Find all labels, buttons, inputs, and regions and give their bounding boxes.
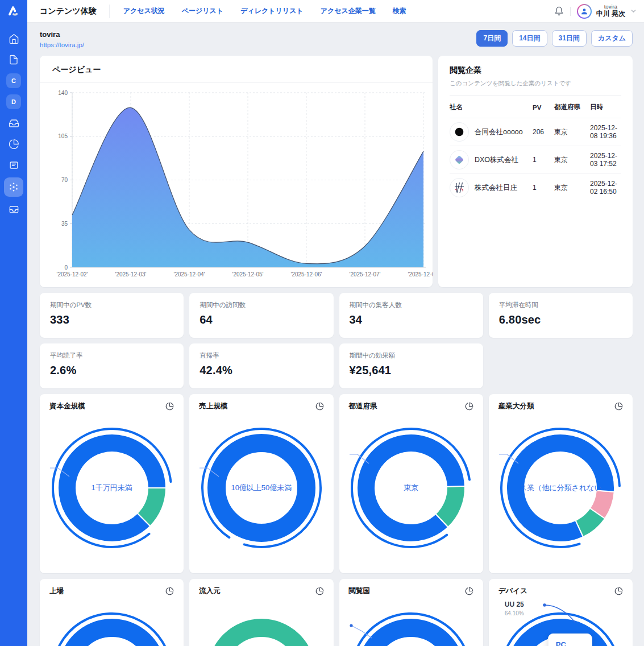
- range-button-1[interactable]: 14日間: [512, 30, 547, 47]
- company-logo-nissho-icon: [450, 178, 469, 197]
- stat-value: 42.4%: [200, 364, 323, 377]
- sidebar-item-analytics[interactable]: [5, 135, 22, 152]
- topbar-link-1[interactable]: ページリスト: [182, 6, 223, 16]
- app-logo[interactable]: [0, 0, 27, 23]
- donut-center-label: 東京: [404, 483, 418, 493]
- sidebar-item-content-experience[interactable]: [4, 177, 23, 197]
- stat-card-1-3: 平均滞在時間6.80sec: [489, 293, 633, 338]
- pie-chart-toggle-icon[interactable]: [465, 587, 473, 595]
- sidebar-item-pages[interactable]: [5, 51, 22, 68]
- sidebar-item-c[interactable]: C: [6, 73, 21, 88]
- site-name: tovira: [40, 30, 84, 39]
- donut-card-title: デバイス: [498, 586, 527, 596]
- donut-card-2-3: デバイスUU 2564.10%PC: [489, 579, 633, 646]
- svg-text:'2025-12-07': '2025-12-07': [350, 271, 381, 278]
- companies-table: 社名PV都道府県日時 合同会社ooooo206東京2025-12-08 19:3…: [450, 96, 621, 201]
- notifications-bell-icon[interactable]: [554, 6, 564, 16]
- pie-chart-toggle-icon[interactable]: [315, 587, 324, 595]
- pie-chart-toggle-icon[interactable]: [165, 587, 174, 595]
- svg-text:'2025-12-06': '2025-12-06': [291, 271, 322, 278]
- svg-text:'2025-12-02': '2025-12-02': [57, 271, 88, 278]
- callout-percent: 64.10%: [505, 610, 524, 616]
- donut-card-2-2: 閲覧国: [339, 579, 483, 646]
- stat-label: 期間中のPV数: [50, 301, 173, 309]
- sidebar-item-mail[interactable]: [5, 201, 22, 218]
- pageview-chart-card: ページビュー 03570105140'2025-12-02''2025-12-0…: [40, 56, 433, 287]
- company-logo-black-circle-icon: [450, 122, 469, 142]
- stat-value: 34: [350, 313, 473, 326]
- donut-card-title: 産業大分類: [498, 401, 534, 411]
- company-row-2[interactable]: 株式会社日庄1東京2025-12-02 16:50: [450, 174, 621, 202]
- pie-chart-toggle-icon[interactable]: [465, 402, 473, 411]
- inbox-icon: [9, 118, 19, 129]
- pie-chart-toggle-icon[interactable]: [614, 402, 623, 411]
- companies-col-3: 日時: [590, 96, 621, 118]
- range-button-3[interactable]: カスタム: [591, 30, 633, 47]
- site-url-link[interactable]: https://tovira.jp/: [40, 42, 84, 48]
- company-name: DXO株式会社: [475, 155, 518, 165]
- pie-chart-toggle-icon[interactable]: [614, 587, 623, 595]
- company-name: 株式会社日庄: [475, 183, 517, 193]
- report-icon: [9, 160, 19, 171]
- pie-chart-icon: [9, 139, 19, 150]
- logo-mark-icon: [6, 4, 21, 19]
- pie-chart-toggle-icon[interactable]: [315, 402, 324, 411]
- donut-card-title: 売上規模: [199, 401, 227, 411]
- svg-text:105: 105: [58, 133, 68, 139]
- company-datetime: 2025-12-08 19:36: [590, 118, 621, 146]
- range-button-0[interactable]: 7日間: [476, 30, 508, 47]
- svg-text:'2025-12-03': '2025-12-03': [115, 271, 147, 278]
- sidebar-item-d[interactable]: D: [6, 94, 21, 109]
- pageview-area-chart: 03570105140'2025-12-02''2025-12-03''2025…: [40, 83, 433, 283]
- topbar-divider: [570, 7, 571, 16]
- callout-label: UU 25: [505, 601, 524, 608]
- donut-center-label: ス業（他に分類されない: [520, 483, 602, 493]
- companies-col-0: 社名: [450, 96, 533, 118]
- stat-label: 平均滞在時間: [499, 301, 622, 309]
- chart-tooltip: PC: [548, 633, 592, 646]
- donut-card-title: 資本金規模: [49, 401, 85, 411]
- company-row-1[interactable]: DXO株式会社1東京2025-12-03 17:52: [450, 146, 621, 174]
- stats-row-2: 平均読了率2.6%直帰率42.4%期間中の効果額¥25,641: [40, 343, 633, 388]
- stat-label: 直帰率: [200, 351, 323, 360]
- companies-col-1: PV: [533, 96, 554, 118]
- stat-card-2-0: 平均読了率2.6%: [40, 343, 184, 388]
- topbar-link-2[interactable]: ディレクトリリスト: [240, 6, 304, 16]
- user-name: 中川 晃次: [596, 10, 625, 18]
- svg-text:'2025-12-04': '2025-12-04': [174, 271, 205, 278]
- topbar-link-3[interactable]: アクセス企業一覧: [321, 6, 376, 16]
- pie-chart-toggle-icon[interactable]: [165, 402, 174, 411]
- home-icon: [9, 34, 19, 44]
- stat-label: 期間中の集客人数: [350, 301, 473, 309]
- stat-card-1-1: 期間中の訪問数64: [189, 293, 333, 338]
- sidebar-item-inbox[interactable]: [5, 114, 22, 131]
- pageview-chart-title: ページビュー: [40, 56, 433, 82]
- donut-card-1-2: 都道府県東京: [339, 394, 483, 573]
- badge-c-label: C: [11, 77, 16, 84]
- stat-label: 期間中の訪問数: [200, 301, 323, 309]
- sidebar-item-reports[interactable]: [5, 156, 22, 173]
- sidebar-item-home[interactable]: [5, 30, 22, 47]
- stat-value: 2.6%: [50, 364, 173, 377]
- date-range-buttons: 7日間14日間31日間カスタム: [476, 30, 633, 47]
- company-logo-dxo-icon: [450, 150, 469, 169]
- document-icon: [9, 55, 19, 65]
- company-row-0[interactable]: 合同会社ooooo206東京2025-12-08 19:36: [450, 118, 621, 146]
- svg-text:35: 35: [61, 221, 68, 227]
- stat-value: 6.80sec: [499, 313, 622, 326]
- donut-card-2-0: 上場: [40, 579, 184, 646]
- svg-text:'2025-12-05': '2025-12-05': [232, 271, 264, 278]
- topbar-link-4[interactable]: 検索: [393, 6, 406, 16]
- main-content: tovira https://tovira.jp/ 7日間14日間31日間カスタ…: [27, 23, 644, 646]
- stats-row-1: 期間中のPV数333期間中の訪問数64期間中の集客人数34平均滞在時間6.80s…: [40, 293, 633, 338]
- company-pref: 東京: [554, 174, 590, 202]
- topbar-link-0[interactable]: アクセス状況: [123, 6, 165, 16]
- donut-card-1-0: 資本金規模1千万円未満: [40, 394, 184, 573]
- donut-row-1: 資本金規模1千万円未満売上規模10億以上50億未満都道府県東京産業大分類ス業（他…: [40, 394, 633, 573]
- user-menu[interactable]: tovira 中川 晃次: [577, 4, 637, 19]
- stat-value: 64: [200, 313, 323, 326]
- donut-card-title: 閲覧国: [349, 586, 371, 596]
- range-button-2[interactable]: 31日間: [552, 30, 587, 47]
- badge-d-label: D: [11, 98, 16, 105]
- stat-card-2-2: 期間中の効果額¥25,641: [339, 343, 483, 388]
